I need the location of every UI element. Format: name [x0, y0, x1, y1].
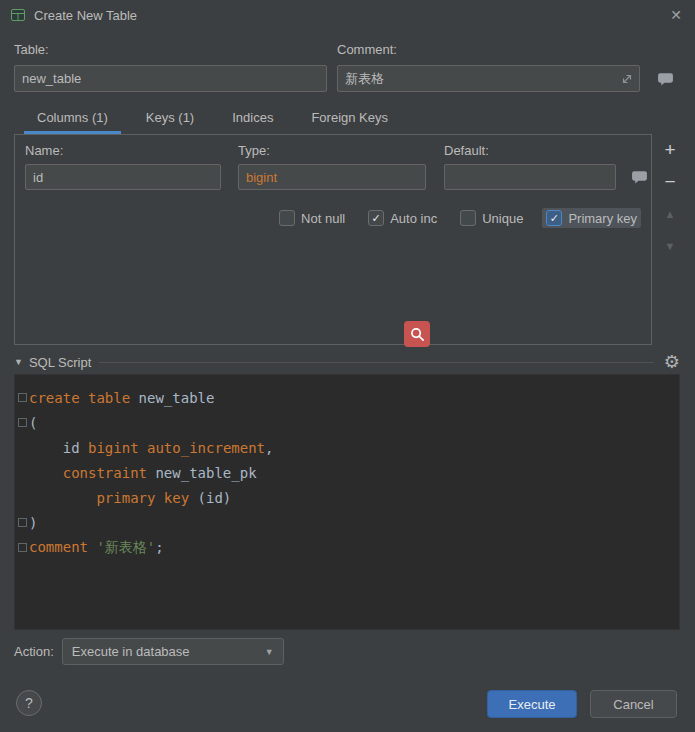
table-label: Table:: [14, 42, 49, 57]
code-text: id bigint auto_increment,: [29, 440, 273, 456]
code-text: comment '新表格';: [29, 539, 164, 557]
action-selected-value: Execute in database: [72, 644, 190, 659]
execute-button[interactable]: Execute: [487, 690, 577, 718]
new-table-icon: [10, 7, 26, 23]
remove-column-button[interactable]: −: [658, 170, 682, 194]
fold-marker-icon[interactable]: [15, 543, 29, 552]
cancel-button[interactable]: Cancel: [590, 690, 677, 718]
code-line: create table new_table: [15, 385, 679, 410]
sql-script-header: ▼ SQL Script ⚙: [14, 352, 680, 372]
code-line: id bigint auto_increment,: [15, 435, 679, 460]
sql-editor[interactable]: create table new_table( id bigint auto_i…: [14, 374, 680, 630]
default-label: Default:: [444, 143, 489, 158]
checkbox-label: Auto inc: [390, 211, 437, 226]
dialog-title: Create New Table: [34, 8, 137, 23]
checkbox-unchecked-icon[interactable]: [460, 210, 476, 226]
column-flags-row: Not null✓Auto incUnique✓Primary key: [260, 208, 641, 228]
action-row: Action: Execute in database ▼: [14, 638, 284, 665]
arrow-up-icon: ▲: [665, 208, 676, 220]
column-default-input[interactable]: [444, 164, 616, 190]
dialog-titlebar[interactable]: Create New Table ✕: [0, 0, 695, 30]
code-text: (: [29, 415, 37, 431]
columns-panel: Name: Type: Default: Not null✓Auto incUn…: [14, 134, 652, 345]
expand-icon[interactable]: [621, 73, 633, 88]
comment-label: Comment:: [337, 42, 397, 57]
checkbox-unique[interactable]: Unique: [456, 208, 527, 228]
type-label: Type:: [238, 143, 270, 158]
arrow-down-icon: ▼: [665, 240, 676, 252]
section-divider: [99, 362, 654, 363]
checkbox-checked-icon[interactable]: ✓: [368, 210, 384, 226]
code-line: constraint new_table_pk: [15, 460, 679, 485]
columns-side-toolbar: +−▲▼: [655, 138, 685, 266]
checkbox-checked-icon[interactable]: ✓: [546, 210, 562, 226]
column-comment-bubble-icon[interactable]: [624, 164, 654, 190]
code-text: constraint new_table_pk: [29, 465, 257, 481]
code-line: primary key (id): [15, 485, 679, 510]
table-name-input[interactable]: [14, 65, 327, 92]
tab-foreign-keys[interactable]: Foreign Keys: [298, 104, 401, 134]
plus-icon: +: [664, 139, 675, 161]
search-icon[interactable]: [404, 321, 430, 347]
name-label: Name:: [25, 143, 63, 158]
checkbox-label: Unique: [482, 211, 523, 226]
table-field-wrap: [14, 65, 327, 92]
sql-editor-code: create table new_table( id bigint auto_i…: [15, 385, 679, 560]
checkbox-auto-inc[interactable]: ✓Auto inc: [364, 208, 441, 228]
create-new-table-dialog: { "dialog": { "title": "Create New Table…: [0, 0, 695, 732]
tab-bar: Columns (1)Keys (1)IndicesForeign Keys: [24, 104, 401, 134]
minus-icon: −: [664, 171, 675, 193]
code-line: comment '新表格';: [15, 535, 679, 560]
add-column-button[interactable]: +: [658, 138, 682, 162]
checkbox-label: Not null: [301, 211, 345, 226]
move-up-button: ▲: [658, 202, 682, 226]
fold-marker-icon[interactable]: [15, 418, 29, 427]
fold-marker-icon[interactable]: [15, 393, 29, 402]
chevron-down-icon: ▼: [265, 647, 274, 657]
code-text: create table new_table: [29, 390, 214, 406]
checkbox-not-null[interactable]: Not null: [275, 208, 349, 228]
tab-columns-1[interactable]: Columns (1): [24, 104, 121, 134]
checkbox-primary-key[interactable]: ✓Primary key: [542, 208, 641, 228]
close-icon[interactable]: ✕: [670, 7, 682, 23]
code-text: ): [29, 515, 37, 531]
sql-script-title[interactable]: SQL Script: [29, 355, 91, 370]
column-type-input[interactable]: [238, 164, 426, 190]
tab-indices[interactable]: Indices: [219, 104, 286, 134]
tab-keys-1[interactable]: Keys (1): [133, 104, 207, 134]
code-text: primary key (id): [29, 490, 231, 506]
checkbox-unchecked-icon[interactable]: [279, 210, 295, 226]
column-name-input[interactable]: [25, 164, 221, 190]
column-name-wrap: [25, 164, 221, 190]
comment-field-wrap: [337, 65, 640, 92]
table-comment-input[interactable]: [337, 65, 640, 92]
action-select[interactable]: Execute in database ▼: [62, 638, 284, 665]
action-label: Action:: [14, 644, 54, 659]
checkbox-label: Primary key: [568, 211, 637, 226]
column-default-wrap: [444, 164, 616, 190]
column-type-wrap: [238, 164, 426, 190]
collapse-arrow-icon[interactable]: ▼: [14, 357, 23, 367]
code-line: (: [15, 410, 679, 435]
help-button[interactable]: ?: [16, 690, 42, 716]
move-down-button: ▼: [658, 234, 682, 258]
gear-icon[interactable]: ⚙: [664, 353, 680, 371]
code-line: ): [15, 510, 679, 535]
fold-marker-icon[interactable]: [15, 518, 29, 527]
comment-bubble-icon[interactable]: [650, 66, 680, 92]
